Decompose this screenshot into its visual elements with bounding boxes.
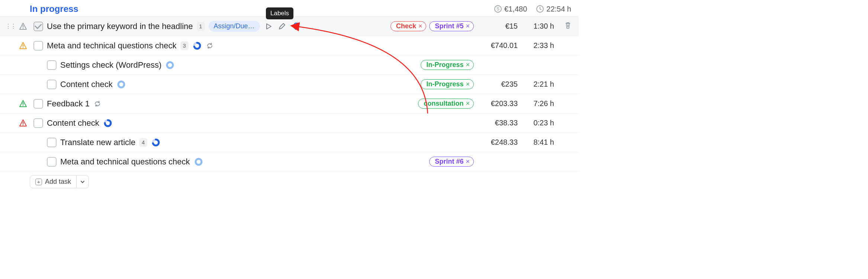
tag-label: In-Progress bbox=[426, 80, 463, 88]
task-checkbox[interactable] bbox=[33, 22, 43, 31]
svg-point-4 bbox=[23, 28, 23, 28]
tag-chip[interactable]: Check × bbox=[390, 21, 427, 31]
task-row[interactable]: Feedback 1 consultation ×€203.337:26 h bbox=[0, 94, 579, 113]
tag-remove-icon[interactable]: × bbox=[466, 100, 470, 108]
add-task-caret[interactable] bbox=[77, 176, 89, 188]
edit-icon[interactable] bbox=[277, 22, 287, 31]
chevron-down-icon bbox=[80, 180, 85, 184]
svg-point-15 bbox=[118, 81, 124, 87]
task-row[interactable]: Meta and technical questions check Sprin… bbox=[0, 152, 579, 171]
tag-remove-icon[interactable]: × bbox=[418, 22, 422, 30]
tag-label: In-Progress bbox=[426, 61, 463, 69]
task-cost: €235 bbox=[480, 80, 518, 89]
tag-remove-icon[interactable]: × bbox=[466, 61, 470, 69]
task-row[interactable]: Translate new article4 €248.338:41 h bbox=[0, 133, 579, 152]
priority-icon bbox=[19, 99, 28, 108]
drag-handle-icon[interactable]: ⋮⋮ bbox=[5, 23, 16, 29]
currency-icon: S bbox=[494, 5, 502, 13]
tag-remove-icon[interactable]: × bbox=[466, 22, 470, 30]
row-gutter bbox=[0, 41, 30, 50]
tag-label: Sprint #5 bbox=[435, 22, 463, 30]
row-right: €38.330:23 h bbox=[480, 119, 572, 127]
row-gutter bbox=[0, 99, 30, 108]
task-cost: €38.33 bbox=[480, 119, 518, 127]
task-title[interactable]: Translate new article bbox=[60, 138, 135, 147]
task-title[interactable]: Meta and technical questions check bbox=[60, 157, 190, 167]
row-right: €248.338:41 h bbox=[480, 138, 572, 147]
refresh-icon[interactable] bbox=[93, 100, 102, 108]
task-title-area: Use the primary keyword in the headline1… bbox=[47, 21, 387, 32]
task-row[interactable]: Settings check (WordPress) In-Progress × bbox=[0, 55, 579, 75]
tag-chip[interactable]: Sprint #6 × bbox=[429, 157, 474, 167]
progress-ring-icon bbox=[151, 138, 161, 147]
row-right: €740.012:33 h bbox=[480, 41, 572, 50]
task-title[interactable]: Meta and technical questions check bbox=[47, 41, 177, 51]
tag-chip[interactable]: consultation × bbox=[418, 99, 474, 109]
task-title[interactable]: Feedback 1 bbox=[47, 99, 90, 109]
task-hours: 0:23 h bbox=[524, 119, 554, 127]
assign-due-button[interactable]: Assign/Due… bbox=[209, 21, 260, 32]
task-cost: €248.33 bbox=[480, 138, 518, 147]
task-title-area: Meta and technical questions check bbox=[60, 157, 425, 167]
add-task-row: + Add task bbox=[0, 171, 579, 196]
tag-label: Check bbox=[396, 22, 416, 30]
task-title[interactable]: Content check bbox=[60, 80, 113, 89]
subtask-count: 1 bbox=[197, 22, 205, 31]
svg-text:S: S bbox=[496, 6, 499, 12]
svg-point-9 bbox=[23, 47, 23, 48]
row-gutter: ⋮⋮ bbox=[0, 22, 30, 31]
tag-remove-icon[interactable]: × bbox=[466, 80, 470, 88]
task-tags: Sprint #6 × bbox=[429, 157, 474, 167]
task-tags: In-Progress × bbox=[421, 79, 474, 89]
task-title[interactable]: Use the primary keyword in the headline bbox=[47, 22, 193, 31]
tag-label: consultation bbox=[424, 100, 463, 108]
task-title-area: Translate new article4 bbox=[60, 138, 477, 147]
tag-remove-icon[interactable]: × bbox=[466, 158, 470, 166]
section-total-cost: S €1,480 bbox=[494, 5, 527, 13]
task-checkbox[interactable] bbox=[47, 138, 57, 147]
task-checkbox[interactable] bbox=[33, 118, 43, 128]
tag-chip[interactable]: In-Progress × bbox=[421, 79, 474, 89]
priority-icon bbox=[19, 41, 28, 50]
progress-ring-icon bbox=[194, 157, 203, 167]
task-title[interactable]: Settings check (WordPress) bbox=[60, 60, 161, 70]
task-row[interactable]: Content check In-Progress ×€2352:21 h bbox=[0, 75, 579, 94]
row-right: In-Progress × bbox=[421, 60, 572, 70]
task-row[interactable]: Meta and technical questions check3 €740… bbox=[0, 36, 579, 55]
task-title[interactable]: Content check bbox=[47, 118, 99, 128]
task-row[interactable]: ⋮⋮ Use the primary keyword in the headli… bbox=[0, 17, 579, 36]
task-cost: €203.33 bbox=[480, 99, 518, 108]
task-tags: Check × Sprint #5 × bbox=[390, 21, 474, 31]
task-checkbox[interactable] bbox=[47, 157, 57, 167]
task-hours: 2:33 h bbox=[524, 41, 554, 50]
clock-icon bbox=[536, 5, 544, 13]
priority-icon bbox=[19, 119, 28, 128]
task-checkbox[interactable] bbox=[47, 80, 57, 89]
refresh-icon[interactable] bbox=[206, 42, 214, 50]
tag-chip[interactable]: In-Progress × bbox=[421, 60, 474, 70]
play-icon[interactable] bbox=[264, 22, 273, 31]
section-title[interactable]: In progress bbox=[30, 4, 78, 14]
task-checkbox[interactable] bbox=[33, 99, 43, 109]
tag-chip[interactable]: Sprint #5 × bbox=[429, 21, 474, 31]
task-checkbox[interactable] bbox=[47, 60, 57, 70]
task-title-area: Content check bbox=[60, 80, 417, 89]
tag-icon[interactable] bbox=[290, 21, 301, 32]
task-title-area: Feedback 1 bbox=[47, 99, 414, 109]
labels-tooltip: Labels bbox=[266, 7, 293, 19]
task-hours: 7:26 h bbox=[524, 99, 554, 108]
row-gutter bbox=[0, 119, 30, 128]
svg-point-25 bbox=[196, 159, 202, 165]
task-row[interactable]: Content check €38.330:23 h bbox=[0, 113, 579, 133]
section-meta: S €1,480 22:54 h bbox=[494, 5, 571, 13]
row-right: Sprint #6 × bbox=[429, 157, 572, 167]
trash-icon[interactable] bbox=[564, 21, 572, 29]
task-tags: In-Progress × bbox=[421, 60, 474, 70]
task-checkbox[interactable] bbox=[33, 41, 43, 51]
add-task-label: Add task bbox=[45, 178, 71, 186]
task-tags: consultation × bbox=[418, 99, 474, 109]
svg-point-17 bbox=[23, 105, 23, 106]
add-task-button[interactable]: + Add task bbox=[30, 175, 89, 188]
row-right: Check × Sprint #5 ×€151:30 h bbox=[390, 21, 572, 31]
progress-ring-icon bbox=[192, 41, 202, 51]
